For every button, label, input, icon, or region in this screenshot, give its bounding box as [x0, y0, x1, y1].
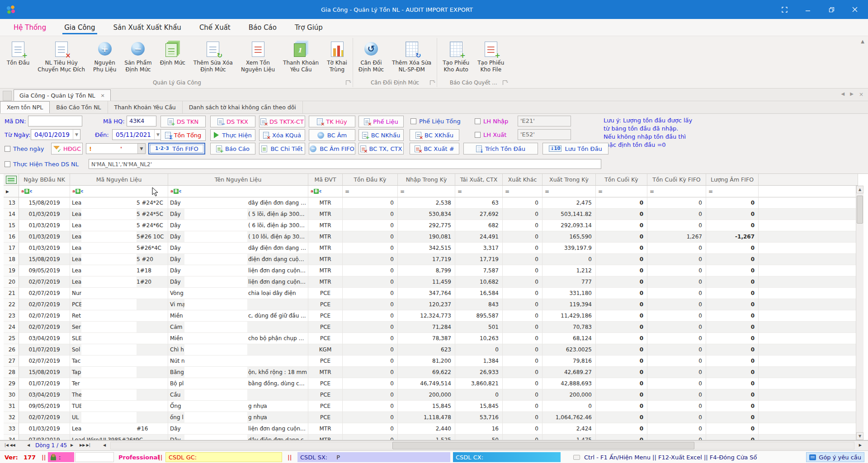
document-tab[interactable]: Gia Công - Quản Lý Tồn NL ×	[14, 89, 111, 101]
lh-xuat-checkbox[interactable]: LH Xuất	[475, 131, 506, 138]
tab-thanh-khoản-yêu-cầu[interactable]: Thanh Khoản Yêu Cầu	[108, 101, 183, 113]
filter-cell[interactable]: =	[398, 186, 455, 197]
ma-hq-input[interactable]: 43K4	[127, 116, 156, 126]
bc-tx-ctx-button[interactable]: ×BC TX, CTX	[359, 143, 404, 154]
ribbon-button[interactable]: Định Mức	[156, 39, 189, 75]
filter-cell[interactable]: =	[596, 186, 647, 197]
luu-ton-dau-button[interactable]: ↓10Lưu Tồn Đầu	[542, 143, 609, 154]
thuc-hien-theo-ds-nl-checkbox[interactable]: Thực Hiện Theo DS NL	[5, 161, 79, 168]
column-header-12[interactable]: Lượng Âm FIFO	[706, 174, 759, 186]
column-header-8[interactable]: Xuất Khác	[503, 174, 542, 186]
table-row[interactable]: 2002/07/2019Lea1#20Dâyliện đơn dạng cuộn…	[4, 276, 868, 288]
hdgc-button[interactable]: HĐGC	[51, 143, 83, 154]
export-excel-button[interactable]	[4, 174, 19, 186]
ribbon-button[interactable]: +Tạo PhiếuKho File	[473, 39, 508, 75]
last-record-icon[interactable]: ▶▶ ▶|	[78, 442, 92, 449]
table-row[interactable]: 2901/07/2019TerBộ plbằng đồng, dùng ch..…	[4, 378, 868, 389]
contract-combobox[interactable]: ! ' ▼	[86, 143, 146, 154]
tab-close-icon[interactable]: ×	[100, 93, 104, 98]
tab-list-close-icon[interactable]: ×	[859, 91, 863, 98]
ribbon-button[interactable]: −Sản PhẩmĐịnh Mức	[120, 39, 156, 75]
close-icon[interactable]	[849, 5, 861, 14]
checkbox-icon[interactable]	[475, 132, 481, 138]
chevron-down-icon[interactable]: ▼	[137, 144, 145, 154]
bc-xuat-button[interactable]: ×BC Xuất #	[410, 143, 459, 154]
tab-danh-sách-tờ-khai-không-cần-theo-dõi[interactable]: Danh sách tờ khai không cần theo dõi	[183, 101, 303, 113]
table-row[interactable]: 1909/05/2019Lea1#18Dâyliện đơn dạng cuộn…	[4, 265, 868, 276]
filter-cell[interactable]: =	[647, 186, 706, 197]
feedback-button[interactable]: Góp ý yêu cầu	[806, 452, 864, 462]
column-header-5[interactable]: Tồn Đầu Kỳ	[343, 174, 398, 186]
table-row[interactable]: 3407/03/2019Lead Wire/UL3985#26*9CDâydây…	[4, 435, 868, 440]
table-row[interactable]: 1815/08/2019Lea5 #20Dâyđiện đơn dạng cuộ…	[4, 254, 868, 265]
column-header-3[interactable]: Tên Nguyên Liệu	[168, 174, 308, 186]
table-row[interactable]: 2402/07/2019SerCảmPCE071,284501070,78300…	[4, 322, 868, 333]
ribbon-button[interactable]: Xem TồnNguyên Liệu	[237, 39, 279, 75]
column-header-10[interactable]: Tồn Cuối Kỳ	[596, 174, 647, 186]
filter-cell[interactable]: =	[455, 186, 503, 197]
bc-am-fifo-button[interactable]: −BC Âm FIFO	[309, 143, 355, 154]
table-row[interactable]: 2601/07/2019SolChì hKGM062300623.0025000	[4, 344, 868, 355]
ribbon-button[interactable]: ↻Thêm Xóa SửaNL-SP-ĐM	[388, 39, 435, 75]
ton-fifo-button[interactable]: 1·2·3Tồn FIFO	[148, 143, 205, 154]
menu-item-4[interactable]: Chế Xuất	[190, 20, 240, 36]
ds-tkn-button[interactable]: +DS TKN	[160, 116, 206, 127]
bc-am-button[interactable]: −BC Âm	[309, 129, 355, 141]
column-header-6[interactable]: Nhập Trong Kỳ	[398, 174, 455, 186]
minimize-icon[interactable]	[802, 5, 814, 14]
filter-cell[interactable]: =	[503, 186, 542, 197]
menu-item-3[interactable]: Sản Xuất Xuất Khẩu	[104, 20, 190, 36]
dialog-launcher-icon[interactable]	[346, 80, 350, 85]
xoa-kqua-button[interactable]: ×Xóa KQuả	[259, 129, 305, 141]
thuc-hien-button[interactable]: Thực Hiện	[210, 129, 255, 141]
filter-cell[interactable]: =	[542, 186, 596, 197]
column-header-4[interactable]: Mã ĐVT	[308, 174, 343, 186]
first-record-icon[interactable]: |◀ ◀◀	[3, 442, 17, 449]
ribbon-button[interactable]: +Tạo PhiếuKho Auto	[439, 39, 473, 75]
column-header-1[interactable]: Ngày BĐầu NK	[19, 174, 70, 186]
tu-ngay-datepicker[interactable]: 04/01/2019▼	[31, 129, 80, 140]
bc-nkhau-button[interactable]: +BC NKhẩu	[359, 129, 404, 141]
table-row[interactable]: 2302/07/2019RetMiềnc, dùng để giữ đầu ..…	[4, 310, 868, 322]
menu-item-2[interactable]: Gia Công	[55, 20, 104, 36]
column-header-9[interactable]: Xuất Trong Kỳ	[542, 174, 596, 186]
ds-tkx-button[interactable]: −DS TKX	[210, 116, 255, 127]
prev-record-icon[interactable]: ◀	[25, 442, 32, 449]
table-row[interactable]: 1315/08/2019Lea5 #24*2CDâydây điện đơn d…	[4, 197, 868, 209]
ribbon-button[interactable]: Tờ KhaiTrùng	[323, 39, 351, 75]
column-header-11[interactable]: Tồn Cuối Kỳ FIFO	[647, 174, 706, 186]
ribbon-button[interactable]: ↺Cân ĐốiĐịnh Mức	[354, 39, 388, 75]
menu-item-1[interactable]: Hệ Thống	[5, 20, 55, 36]
table-row[interactable]: 3301/03/2019Lea#16Dâyliện đơn dạng cuộn …	[4, 423, 868, 435]
lh-nhap-checkbox[interactable]: LH Nhập	[475, 118, 508, 125]
scrollbar-thumb[interactable]	[857, 196, 863, 224]
ds-nl-input[interactable]: N'MA_NL1','N'MA_NL2'	[89, 159, 601, 169]
trich-ton-dau-button[interactable]: ↓Trích Tồn Đầu	[463, 143, 538, 154]
ribbon-button[interactable]: +Tồn Đầu	[3, 39, 33, 75]
phe-lieu-button[interactable]: ×Phế Liệu	[359, 116, 404, 127]
table-row[interactable]: 2815/08/2019TapBăngộn, khổ rộng : 18 mmM…	[4, 367, 868, 378]
e21-input[interactable]: 'E21'	[518, 116, 571, 126]
theo-ngay-checkbox[interactable]: Theo ngày	[5, 145, 44, 152]
fullscreen-icon[interactable]	[778, 5, 790, 14]
table-row[interactable]: 3202/07/2019ULống lg nhựaPCE01,118,47853…	[4, 412, 868, 423]
tab-next-icon[interactable]: ▶	[850, 91, 854, 98]
ton-tong-button[interactable]: ΣTồn Tổng	[160, 129, 206, 141]
hscroll-right-icon[interactable]: ▶	[857, 442, 863, 449]
filter-cell[interactable]: =	[343, 186, 398, 197]
filter-cell[interactable]: aBc	[168, 186, 308, 197]
ribbon-button[interactable]: +NguyênPhụ Liệu	[89, 39, 120, 75]
vertical-scrollbar[interactable]: ▲ ▼	[856, 186, 863, 440]
table-row[interactable]: 2503/04/2019SLEMiềncho bộ phận chụp đ...…	[4, 333, 868, 344]
table-row[interactable]: 2102/07/2019NurVòngchia loại dây điệnPCE…	[4, 288, 868, 299]
ribbon-button[interactable]: 1Thanh KhoảnYêu Cầu	[279, 39, 323, 75]
checkbox-icon[interactable]	[410, 118, 416, 124]
table-row[interactable]: 1401/03/2019Lea5 #24*5CDây( 5 lõi, điện …	[4, 209, 868, 220]
e52-input[interactable]: 'E52'	[518, 129, 571, 140]
table-row[interactable]: 1601/03/2019Lea5#26 10CDây( 10 lõi, điện…	[4, 231, 868, 243]
phe-lieu-tong-checkbox[interactable]: Phế Liệu Tổng	[410, 118, 461, 125]
tk-huy-button[interactable]: ×TK Hủy	[309, 116, 355, 127]
bao-cao-button[interactable]: +Báo Cáo	[210, 143, 255, 154]
ribbon-collapse-icon[interactable]: ▲	[861, 39, 864, 44]
bc-chi-tiet-button[interactable]: BC Chi Tiết	[259, 143, 305, 154]
